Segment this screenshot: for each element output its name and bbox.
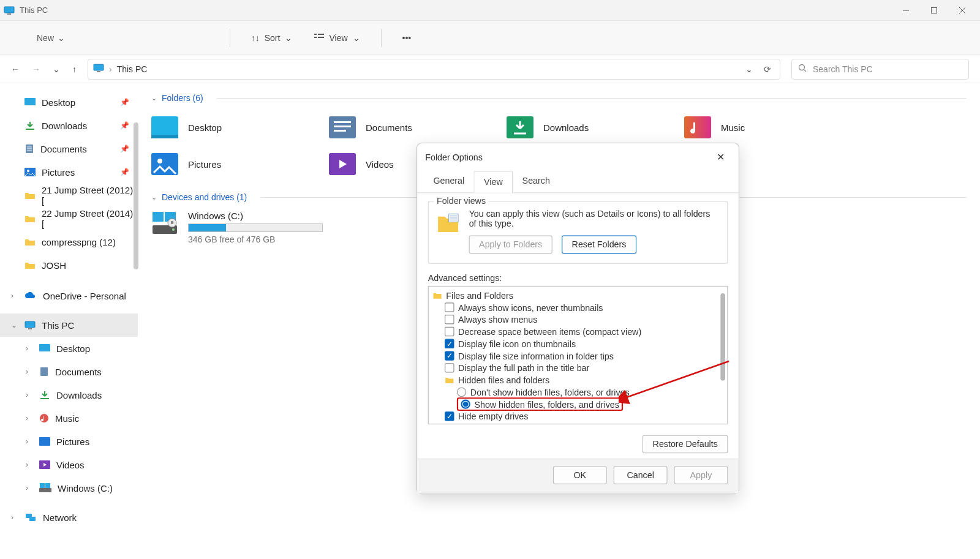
- refresh-button[interactable]: ⟳: [760, 64, 775, 74]
- sidebar-item-folder[interactable]: 22 Jump Street (2014) [: [0, 207, 138, 230]
- sidebar-item-network[interactable]: › Network: [0, 506, 138, 529]
- sidebar-item-pictures[interactable]: Pictures 📌: [0, 160, 138, 184]
- checkbox[interactable]: [445, 315, 454, 324]
- chevron-down-icon: ⌄: [285, 33, 292, 43]
- folder-tile-music[interactable]: Music: [684, 109, 862, 146]
- videos-icon: [329, 153, 356, 175]
- tree-item-compact-view[interactable]: Decrease space between items (compact vi…: [432, 326, 723, 338]
- tab-search[interactable]: Search: [513, 170, 559, 192]
- tree-label: Show hidden files, folders, and drives: [474, 399, 619, 409]
- cancel-button[interactable]: Cancel: [614, 466, 668, 484]
- drive-tile-c[interactable]: Windows (C:) 346 GB free of 476 GB: [151, 208, 360, 247]
- checkbox-checked[interactable]: ✓: [445, 339, 454, 348]
- tree-item-always-icons[interactable]: Always show icons, never thumbnails: [432, 301, 723, 313]
- tree-item-full-path[interactable]: Display the full path in the title bar: [432, 362, 723, 374]
- pin-icon: 📌: [120, 144, 129, 153]
- folder-tile-desktop[interactable]: Desktop: [151, 109, 329, 146]
- chevron-down-icon: ⌄: [58, 33, 65, 43]
- tree-item-always-menus[interactable]: Always show menus: [432, 313, 723, 326]
- sidebar-item-pictures[interactable]: ›Pictures: [0, 430, 138, 453]
- recent-dropdown[interactable]: ⌄: [53, 64, 60, 74]
- view-button[interactable]: View ⌄: [309, 30, 364, 45]
- svg-rect-35: [151, 116, 178, 136]
- address-bar[interactable]: › This PC ⌄ ⟳: [88, 59, 780, 80]
- checkbox-checked[interactable]: ✓: [445, 351, 454, 360]
- checkbox[interactable]: [445, 363, 454, 372]
- tree-item-hide-empty-drives[interactable]: ✓Hide empty drives: [432, 410, 723, 422]
- view-icon: [314, 32, 324, 43]
- dialog-footer: OK Cancel Apply: [417, 459, 739, 493]
- sidebar-item-folder[interactable]: compresspng (12): [0, 230, 138, 253]
- folder-views-icon: [437, 211, 459, 234]
- tree-group-hidden-files[interactable]: Hidden files and folders: [432, 374, 723, 386]
- sidebar-item-videos[interactable]: ›Videos: [0, 453, 138, 476]
- checkbox-checked[interactable]: ✓: [445, 411, 454, 421]
- checkbox-checked[interactable]: ✓: [445, 424, 454, 424]
- documents-icon: [24, 144, 34, 154]
- sidebar-item-folder[interactable]: JOSH: [0, 253, 138, 277]
- tree-item-hide-extensions[interactable]: ✓Hide extensions for known file types: [432, 422, 723, 424]
- dialog-close-button[interactable]: ✕: [711, 148, 731, 166]
- history-dropdown[interactable]: ⌄: [745, 64, 755, 74]
- new-button[interactable]: New ⌄: [31, 31, 71, 45]
- back-button[interactable]: ←: [11, 64, 20, 74]
- sidebar-item-desktop[interactable]: Desktop 📌: [0, 91, 138, 114]
- advanced-settings-tree[interactable]: Files and Folders Always show icons, nev…: [428, 286, 728, 424]
- tab-general[interactable]: General: [424, 170, 474, 192]
- more-button[interactable]: •••: [398, 31, 417, 45]
- search-box[interactable]: Search This PC: [791, 59, 969, 80]
- sidebar-label: compresspng (12): [42, 237, 116, 247]
- sidebar-item-this-pc[interactable]: ⌄ This PC: [0, 313, 138, 337]
- tree-item-thumb-icon[interactable]: ✓Display file icon on thumbnails: [432, 337, 723, 350]
- tree-item-dont-show-hidden[interactable]: Don't show hidden files, folders, or dri…: [432, 386, 723, 398]
- this-pc-icon: [24, 321, 36, 329]
- sidebar-label: Music: [55, 413, 79, 424]
- forward-button[interactable]: →: [32, 64, 40, 74]
- radio[interactable]: [457, 388, 466, 397]
- sidebar-item-documents[interactable]: Documents 📌: [0, 137, 138, 160]
- tree-item-size-tips[interactable]: ✓Display file size information in folder…: [432, 350, 723, 362]
- svg-rect-47: [153, 212, 164, 222]
- tree-scrollbar[interactable]: [720, 293, 725, 381]
- sidebar-item-music[interactable]: ›Music: [0, 407, 138, 430]
- sidebar-label: Downloads: [56, 390, 102, 400]
- tree-label: Don't show hidden files, folders, or dri…: [470, 387, 630, 397]
- radio-checked[interactable]: [461, 399, 470, 408]
- folder-tile-documents[interactable]: Documents: [329, 109, 507, 146]
- apply-to-folders-button[interactable]: Apply to Folders: [469, 236, 552, 254]
- sort-label: Sort: [265, 33, 281, 43]
- folder-tile-downloads[interactable]: Downloads: [507, 109, 684, 146]
- sidebar-item-onedrive[interactable]: › OneDrive - Personal: [0, 284, 138, 307]
- drive-usage-bar: [188, 223, 323, 232]
- sidebar-item-desktop[interactable]: ›Desktop: [0, 337, 138, 360]
- sidebar-item-documents[interactable]: ›Documents: [0, 360, 138, 383]
- apply-button[interactable]: Apply: [674, 466, 728, 484]
- tree-item-show-hidden[interactable]: Show hidden files, folders, and drives: [432, 398, 723, 410]
- maximize-button[interactable]: [920, 0, 948, 21]
- tab-view[interactable]: View: [474, 171, 513, 193]
- sort-button[interactable]: ↑↓ Sort ⌄: [246, 31, 298, 45]
- breadcrumb-this-pc[interactable]: This PC: [117, 64, 148, 74]
- separator: [217, 98, 967, 99]
- sidebar-item-folder[interactable]: 21 Jump Street (2012) [: [0, 184, 138, 207]
- sidebar-item-downloads[interactable]: Downloads 📌: [0, 114, 138, 137]
- checkbox[interactable]: [445, 302, 454, 312]
- svg-rect-39: [334, 126, 351, 127]
- tree-group-files-folders[interactable]: Files and Folders: [432, 289, 723, 301]
- minimize-button[interactable]: [892, 0, 920, 21]
- window-title: This PC: [20, 6, 48, 15]
- sidebar-label: OneDrive - Personal: [43, 291, 126, 301]
- ok-button[interactable]: OK: [553, 466, 607, 484]
- checkbox[interactable]: [445, 327, 454, 336]
- reset-folders-button[interactable]: Reset Folders: [562, 236, 636, 254]
- restore-defaults-button[interactable]: Restore Defaults: [643, 435, 728, 454]
- close-button[interactable]: [948, 0, 976, 21]
- cloud-icon: [24, 291, 37, 300]
- sidebar-item-drive-c[interactable]: ›Windows (C:): [0, 476, 138, 500]
- svg-point-27: [40, 414, 48, 422]
- folder-tile-pictures[interactable]: Pictures: [151, 146, 329, 182]
- navigation-pane: Desktop 📌 Downloads 📌 Documents 📌 Pictur…: [0, 83, 138, 559]
- sidebar-item-downloads[interactable]: ›Downloads: [0, 383, 138, 407]
- up-button[interactable]: ↑: [72, 64, 77, 74]
- folders-section-header[interactable]: ⌄ Folders (6): [151, 93, 967, 103]
